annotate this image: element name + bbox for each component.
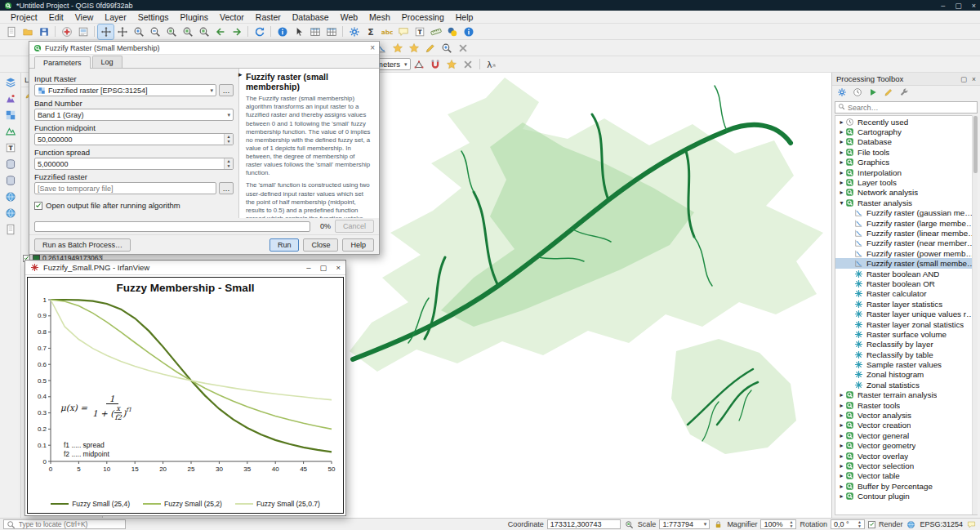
menu-database[interactable]: Database	[287, 11, 335, 23]
menu-settings[interactable]: Settings	[132, 11, 175, 23]
results-viewer-button[interactable]	[866, 87, 880, 100]
layer-labeling-button[interactable]: abc	[379, 24, 394, 39]
function-midpoint-spinbox[interactable]: 50,000000▲▼	[34, 133, 234, 145]
add-xyz-layer-button[interactable]	[2, 206, 18, 220]
window-maximize-button[interactable]: ▢	[955, 2, 962, 10]
toolbox-group[interactable]: ▸Network analysis	[835, 188, 977, 198]
digitize-favorite-button[interactable]	[444, 57, 460, 72]
menu-view[interactable]: View	[69, 11, 100, 23]
panel-float-button[interactable]: ▢	[960, 75, 967, 83]
irfanview-close-button[interactable]: ×	[336, 263, 341, 272]
toolbox-algorithm[interactable]: Fuzzify raster (power membership)	[835, 248, 977, 258]
toolbox-group[interactable]: ▸Vector general	[835, 430, 977, 440]
toolbox-algorithm[interactable]: Raster calculator	[835, 289, 977, 299]
toolbox-algorithm[interactable]: Sample raster values	[835, 359, 977, 369]
toolbox-group[interactable]: ▸Layer tools	[835, 177, 977, 187]
toolbox-algorithm[interactable]: Raster boolean OR	[835, 278, 977, 288]
python-console-button[interactable]	[444, 24, 460, 39]
select-features-button[interactable]	[291, 24, 306, 39]
toolbox-group[interactable]: ▸Vector overlay	[835, 451, 977, 461]
open-project-button[interactable]	[20, 24, 35, 39]
map-tips-button[interactable]	[395, 24, 411, 39]
field-calculator-button[interactable]	[323, 24, 339, 39]
pan-map-button[interactable]	[98, 24, 114, 39]
band-number-combo[interactable]: Band 1 (Gray)▾	[34, 109, 234, 121]
save-project-button[interactable]	[36, 24, 51, 39]
toolbox-group[interactable]: ▸Raster terrain analysis	[835, 390, 977, 400]
locate-bar[interactable]	[3, 519, 126, 529]
zoom-to-selection-button[interactable]	[180, 24, 195, 39]
style-copy-button[interactable]	[422, 41, 438, 56]
render-checkbox[interactable]	[868, 521, 875, 528]
toolbox-group[interactable]: ▾Raster analysis	[835, 198, 977, 207]
magnifier-spinbox[interactable]: 100%▲▼	[760, 519, 796, 529]
vertex-tool-button[interactable]	[412, 57, 427, 72]
extents-icon[interactable]	[624, 519, 635, 529]
toolbox-algorithm[interactable]: Fuzzify raster (large membership)	[835, 218, 977, 228]
menu-processing[interactable]: Processing	[396, 11, 450, 23]
dialog-close-button[interactable]: ×	[370, 43, 375, 52]
toolbox-group[interactable]: ▸Vector table	[835, 471, 977, 481]
toolbox-group[interactable]: ▸Vector creation	[835, 421, 977, 430]
input-raster-browse-button[interactable]: …	[219, 84, 234, 96]
contrast-increase-button[interactable]	[406, 41, 421, 56]
window-close-button[interactable]: ×	[972, 2, 976, 10]
toolbox-group[interactable]: ▸Database	[835, 137, 977, 147]
zoom-in-button[interactable]	[131, 24, 146, 39]
toolbox-group[interactable]: ▸Interpolation	[835, 167, 977, 177]
add-raster-layer-button[interactable]	[2, 108, 18, 122]
window-minimize-button[interactable]: –	[941, 2, 945, 10]
new-project-button[interactable]	[3, 24, 19, 39]
run-as-batch-button[interactable]: Run as Batch Process…	[34, 238, 131, 252]
edit-in-place-button[interactable]	[881, 87, 895, 100]
refresh-map-button[interactable]	[252, 24, 267, 39]
menu-project[interactable]: Project	[5, 11, 43, 23]
coordinate-value[interactable]: 173312,300743	[547, 519, 621, 529]
splitter-handle[interactable]: ▸	[238, 70, 243, 78]
toolbox-group[interactable]: ▸Buffer by Percentage	[835, 481, 977, 491]
help-contents-button[interactable]	[461, 24, 476, 39]
toolbox-group[interactable]: ▸Recently used	[835, 117, 977, 127]
brightness-increase-button[interactable]	[390, 41, 405, 56]
dialog-titlebar[interactable]: Fuzzify Raster (Small Membership) ×	[29, 42, 379, 55]
toolbox-algorithm[interactable]: Zonal statistics	[835, 380, 977, 390]
options-button[interactable]	[897, 87, 911, 100]
toolbox-algorithm[interactable]: Raster layer zonal statistics	[835, 319, 977, 329]
irfanview-titlebar[interactable]: Fuzzify_Small.PNG - IrfanView – ▢ ×	[25, 261, 345, 275]
models-button[interactable]	[835, 87, 849, 100]
toolbox-algorithm[interactable]: Reclassify by layer	[835, 340, 977, 350]
output-browse-button[interactable]: …	[219, 182, 234, 194]
add-wms-layer-button[interactable]	[2, 189, 18, 204]
output-raster-input[interactable]: [Save to temporary file]	[34, 182, 216, 194]
deselect-all-button[interactable]	[455, 41, 470, 56]
toolbox-searchbar[interactable]	[835, 101, 978, 114]
crs-status[interactable]: EPSG:31254	[920, 520, 963, 528]
irfanview-minimize-button[interactable]: –	[306, 263, 310, 272]
tab-parameters[interactable]: Parameters	[34, 56, 91, 69]
toolbox-algorithm[interactable]: Reclassify by table	[835, 350, 977, 359]
messages-icon[interactable]	[966, 519, 977, 529]
add-postgis-layer-button[interactable]	[2, 157, 18, 171]
run-button[interactable]: Run	[270, 238, 300, 252]
toolbox-algorithm[interactable]: Raster boolean AND	[835, 269, 977, 278]
toolbox-algorithm[interactable]: Raster surface volume	[835, 329, 977, 339]
toolbox-algorithm[interactable]: Raster layer statistics	[835, 299, 977, 309]
snapping-toggle-button[interactable]	[428, 57, 443, 72]
new-print-layout-button[interactable]	[75, 24, 91, 39]
toolbox-group[interactable]: ▸Vector analysis	[835, 410, 977, 420]
irfanview-maximize-button[interactable]: ▢	[319, 263, 327, 272]
toolbox-group[interactable]: ▸Contour plugin	[835, 491, 977, 501]
toolbox-algorithm[interactable]: Fuzzify raster (gaussian membership)	[835, 208, 977, 218]
pan-to-selection-button[interactable]	[114, 24, 130, 39]
function-spread-spinbox[interactable]: 5,000000▲▼	[34, 158, 234, 170]
menu-mesh[interactable]: Mesh	[363, 11, 396, 23]
style-manager-button[interactable]	[59, 24, 74, 39]
add-mesh-layer-button[interactable]	[2, 124, 18, 139]
toolbox-search-input[interactable]	[848, 104, 974, 112]
zoom-next-button[interactable]	[229, 24, 244, 39]
close-button[interactable]: Close	[303, 238, 338, 252]
add-vector-layer-button[interactable]	[2, 91, 18, 106]
new-shapefile-layer-button[interactable]	[2, 222, 18, 237]
toolbox-algorithm[interactable]: Fuzzify raster (near membership)	[835, 238, 977, 248]
toolbox-algorithm[interactable]: Zonal histogram	[835, 370, 977, 380]
